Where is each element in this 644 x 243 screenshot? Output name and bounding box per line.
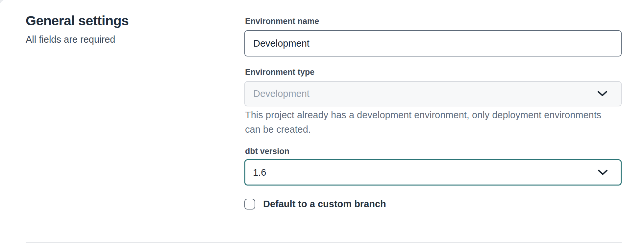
page-subtitle: All fields are required — [26, 34, 115, 45]
dbt-version-select[interactable]: 1.6 — [244, 159, 622, 186]
settings-card: General settings All fields are required… — [0, 0, 644, 243]
custom-branch-checkbox[interactable] — [244, 199, 255, 210]
dbt-version-label: dbt version — [245, 146, 289, 156]
environment-type-select: Development — [244, 81, 622, 106]
custom-branch-label[interactable]: Default to a custom branch — [263, 199, 386, 210]
environment-type-helper-text: This project already has a development e… — [245, 108, 615, 137]
environment-name-label: Environment name — [245, 16, 319, 26]
environment-name-input[interactable] — [244, 30, 622, 56]
general-settings-form: Environment name Environment type Develo… — [244, 0, 622, 243]
environment-type-label: Environment type — [245, 67, 314, 77]
section-divider — [26, 242, 622, 243]
chevron-down-icon — [598, 169, 608, 176]
page-title: General settings — [26, 13, 129, 29]
chevron-down-icon — [597, 91, 607, 97]
dbt-version-selected-value: 1.6 — [253, 167, 598, 178]
custom-branch-checkbox-row[interactable]: Default to a custom branch — [244, 199, 386, 210]
environment-type-selected-value: Development — [253, 88, 597, 99]
